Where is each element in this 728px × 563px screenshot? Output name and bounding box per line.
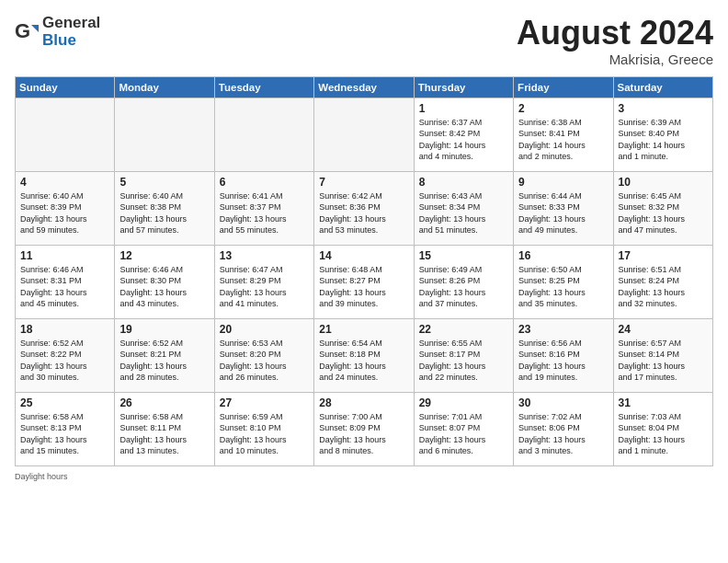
calendar-cell: 24Sunrise: 6:57 AM Sunset: 8:14 PM Dayli…: [613, 318, 712, 392]
day-number: 5: [119, 176, 209, 189]
logo-blue-text: Blue: [42, 32, 100, 50]
day-number: 10: [619, 176, 708, 189]
day-detail: Sunrise: 6:48 AM Sunset: 8:27 PM Dayligh…: [319, 264, 408, 310]
day-number: 21: [319, 323, 408, 336]
day-detail: Sunrise: 6:43 AM Sunset: 8:34 PM Dayligh…: [419, 190, 508, 236]
calendar-cell: [314, 98, 414, 171]
calendar-cell: 31Sunrise: 7:03 AM Sunset: 8:04 PM Dayli…: [613, 392, 712, 465]
day-number: 16: [518, 249, 608, 262]
day-detail: Sunrise: 6:40 AM Sunset: 8:38 PM Dayligh…: [119, 190, 209, 236]
day-number: 30: [518, 396, 608, 409]
day-detail: Sunrise: 6:53 AM Sunset: 8:20 PM Dayligh…: [220, 338, 309, 384]
calendar-cell: 18Sunrise: 6:52 AM Sunset: 8:22 PM Dayli…: [16, 318, 115, 392]
calendar-cell: 25Sunrise: 6:58 AM Sunset: 8:13 PM Dayli…: [16, 392, 115, 465]
day-number: 11: [20, 249, 109, 262]
calendar-header-saturday: Saturday: [613, 76, 712, 98]
calendar-cell: 27Sunrise: 6:59 AM Sunset: 8:10 PM Dayli…: [214, 392, 313, 465]
logo-icon: G: [15, 19, 40, 45]
svg-text:G: G: [15, 19, 30, 42]
day-detail: Sunrise: 6:55 AM Sunset: 8:17 PM Dayligh…: [419, 338, 508, 384]
day-number: 2: [518, 102, 608, 115]
day-detail: Sunrise: 7:01 AM Sunset: 8:07 PM Dayligh…: [419, 411, 508, 457]
day-number: 12: [119, 249, 209, 262]
day-detail: Sunrise: 6:39 AM Sunset: 8:40 PM Dayligh…: [619, 117, 708, 163]
day-detail: Sunrise: 6:51 AM Sunset: 8:24 PM Dayligh…: [619, 264, 708, 310]
calendar-cell: 11Sunrise: 6:46 AM Sunset: 8:31 PM Dayli…: [16, 245, 115, 318]
day-detail: Sunrise: 6:59 AM Sunset: 8:10 PM Dayligh…: [220, 411, 309, 457]
day-detail: Sunrise: 6:46 AM Sunset: 8:31 PM Dayligh…: [20, 264, 109, 310]
day-detail: Sunrise: 7:02 AM Sunset: 8:06 PM Dayligh…: [518, 411, 608, 457]
day-number: 29: [419, 396, 508, 409]
calendar-cell: 23Sunrise: 6:56 AM Sunset: 8:16 PM Dayli…: [514, 318, 613, 392]
location-text: Makrisia, Greece: [517, 52, 713, 67]
day-number: 19: [119, 323, 209, 336]
day-detail: Sunrise: 6:50 AM Sunset: 8:25 PM Dayligh…: [518, 264, 608, 310]
calendar-cell: 2Sunrise: 6:38 AM Sunset: 8:41 PM Daylig…: [514, 98, 613, 171]
calendar-cell: 8Sunrise: 6:43 AM Sunset: 8:34 PM Daylig…: [414, 171, 513, 245]
day-number: 15: [419, 249, 508, 262]
day-detail: Sunrise: 6:41 AM Sunset: 8:37 PM Dayligh…: [220, 190, 309, 236]
calendar-cell: 5Sunrise: 6:40 AM Sunset: 8:38 PM Daylig…: [115, 171, 214, 245]
calendar-cell: 3Sunrise: 6:39 AM Sunset: 8:40 PM Daylig…: [613, 98, 712, 171]
calendar-cell: 19Sunrise: 6:52 AM Sunset: 8:21 PM Dayli…: [115, 318, 214, 392]
day-detail: Sunrise: 6:54 AM Sunset: 8:18 PM Dayligh…: [319, 338, 408, 384]
logo-general-text: General: [42, 15, 100, 32]
day-number: 28: [319, 396, 408, 409]
day-number: 24: [619, 323, 708, 336]
day-number: 17: [619, 249, 708, 262]
calendar-week-row: 4Sunrise: 6:40 AM Sunset: 8:39 PM Daylig…: [16, 171, 713, 245]
calendar-cell: 13Sunrise: 6:47 AM Sunset: 8:29 PM Dayli…: [214, 245, 313, 318]
calendar-week-row: 1Sunrise: 6:37 AM Sunset: 8:42 PM Daylig…: [16, 98, 713, 171]
day-number: 25: [20, 396, 109, 409]
logo: G General Blue: [15, 15, 100, 49]
day-detail: Sunrise: 6:58 AM Sunset: 8:13 PM Dayligh…: [20, 411, 109, 457]
calendar-week-row: 11Sunrise: 6:46 AM Sunset: 8:31 PM Dayli…: [16, 245, 713, 318]
day-number: 22: [419, 323, 508, 336]
header: G General Blue August 2024 Makrisia, Gre…: [15, 15, 713, 67]
calendar-table: SundayMondayTuesdayWednesdayThursdayFrid…: [15, 76, 713, 466]
month-year-heading: August 2024: [517, 15, 713, 52]
calendar-cell: 21Sunrise: 6:54 AM Sunset: 8:18 PM Dayli…: [314, 318, 414, 392]
day-number: 4: [20, 176, 109, 189]
calendar-cell: 7Sunrise: 6:42 AM Sunset: 8:36 PM Daylig…: [314, 171, 414, 245]
day-detail: Sunrise: 6:40 AM Sunset: 8:39 PM Dayligh…: [20, 190, 109, 236]
day-detail: Sunrise: 6:45 AM Sunset: 8:32 PM Dayligh…: [619, 190, 708, 236]
day-number: 13: [220, 249, 309, 262]
day-detail: Sunrise: 6:52 AM Sunset: 8:21 PM Dayligh…: [119, 338, 209, 384]
calendar-week-row: 18Sunrise: 6:52 AM Sunset: 8:22 PM Dayli…: [16, 318, 713, 392]
calendar-cell: 29Sunrise: 7:01 AM Sunset: 8:07 PM Dayli…: [414, 392, 513, 465]
calendar-cell: 15Sunrise: 6:49 AM Sunset: 8:26 PM Dayli…: [414, 245, 513, 318]
calendar-cell: 20Sunrise: 6:53 AM Sunset: 8:20 PM Dayli…: [214, 318, 313, 392]
day-number: 31: [619, 396, 708, 409]
calendar-header-monday: Monday: [115, 76, 214, 98]
day-number: 23: [518, 323, 608, 336]
calendar-cell: 16Sunrise: 6:50 AM Sunset: 8:25 PM Dayli…: [514, 245, 613, 318]
calendar-cell: [16, 98, 115, 171]
day-number: 7: [319, 176, 408, 189]
title-block: August 2024 Makrisia, Greece: [517, 15, 713, 67]
calendar-header-thursday: Thursday: [414, 76, 513, 98]
day-detail: Sunrise: 6:49 AM Sunset: 8:26 PM Dayligh…: [419, 264, 508, 310]
calendar-cell: [214, 98, 313, 171]
day-detail: Sunrise: 6:47 AM Sunset: 8:29 PM Dayligh…: [220, 264, 309, 310]
day-number: 27: [220, 396, 309, 409]
calendar-cell: 10Sunrise: 6:45 AM Sunset: 8:32 PM Dayli…: [613, 171, 712, 245]
day-number: 3: [619, 102, 708, 115]
calendar-cell: 14Sunrise: 6:48 AM Sunset: 8:27 PM Dayli…: [314, 245, 414, 318]
calendar-cell: 28Sunrise: 7:00 AM Sunset: 8:09 PM Dayli…: [314, 392, 414, 465]
day-detail: Sunrise: 6:56 AM Sunset: 8:16 PM Dayligh…: [518, 338, 608, 384]
calendar-cell: 17Sunrise: 6:51 AM Sunset: 8:24 PM Dayli…: [613, 245, 712, 318]
day-number: 6: [220, 176, 309, 189]
calendar-cell: 12Sunrise: 6:46 AM Sunset: 8:30 PM Dayli…: [115, 245, 214, 318]
day-detail: Sunrise: 6:58 AM Sunset: 8:11 PM Dayligh…: [119, 411, 209, 457]
calendar-header-row: SundayMondayTuesdayWednesdayThursdayFrid…: [16, 76, 713, 98]
calendar-cell: 6Sunrise: 6:41 AM Sunset: 8:37 PM Daylig…: [214, 171, 313, 245]
calendar-cell: 30Sunrise: 7:02 AM Sunset: 8:06 PM Dayli…: [514, 392, 613, 465]
footer-text: Daylight hours: [15, 472, 713, 481]
day-number: 20: [220, 323, 309, 336]
calendar-cell: 22Sunrise: 6:55 AM Sunset: 8:17 PM Dayli…: [414, 318, 513, 392]
day-detail: Sunrise: 7:00 AM Sunset: 8:09 PM Dayligh…: [319, 411, 408, 457]
calendar-header-wednesday: Wednesday: [314, 76, 414, 98]
svg-marker-1: [31, 25, 39, 32]
day-detail: Sunrise: 6:57 AM Sunset: 8:14 PM Dayligh…: [619, 338, 708, 384]
